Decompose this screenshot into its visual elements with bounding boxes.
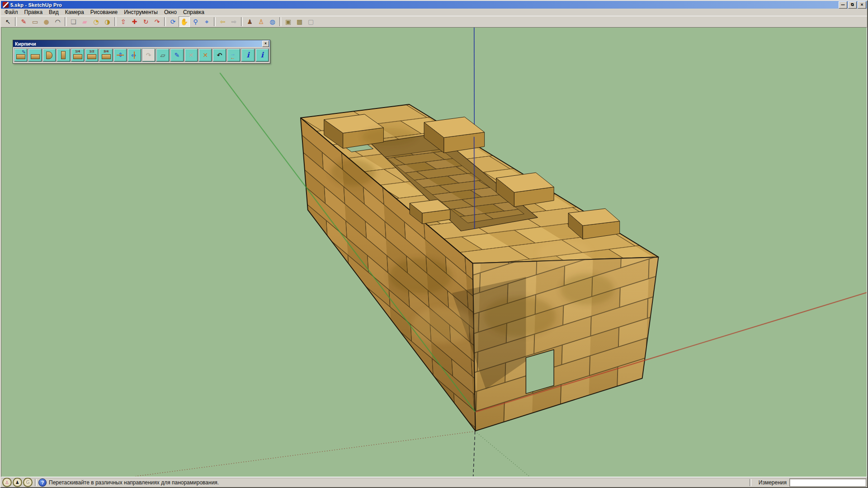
minimize-button[interactable]: — <box>839 1 847 9</box>
window-title: 5.skp - SketchUp Pro <box>10 2 839 8</box>
brick-quarter[interactable]: 1/4 <box>71 49 84 61</box>
help-icon: ? <box>38 479 47 487</box>
get-current-view[interactable]: ▣ <box>283 16 294 27</box>
about[interactable]: i <box>256 49 269 61</box>
toolbar-separator <box>65 17 66 26</box>
delete-bricks[interactable]: ✕ <box>199 49 212 61</box>
tape-measure[interactable]: ◔ <box>90 16 102 27</box>
toolbar-separator <box>214 17 216 26</box>
menu-edit[interactable]: Правка <box>21 9 46 16</box>
menu-window[interactable]: Окно <box>161 9 180 16</box>
rotate[interactable]: ↻ <box>140 16 151 27</box>
title-bar: 5.skp - SketchUp Pro —⧉× <box>1 1 867 9</box>
toolbar-separator <box>279 17 281 26</box>
menu-help[interactable]: Справка <box>180 9 208 16</box>
measurements-input[interactable] <box>789 479 866 487</box>
make-component[interactable]: ❏ <box>68 16 79 27</box>
status-geo-icon[interactable]: ♙ <box>2 478 12 487</box>
push-pull[interactable]: ⇧ <box>118 16 129 27</box>
brick-upright[interactable] <box>57 49 70 61</box>
next-view[interactable]: ⇨ <box>228 16 240 27</box>
sketchup-logo-icon <box>3 2 9 8</box>
status-separator <box>750 479 751 486</box>
status-bar: ♙♟G ? Перетаскивайте в различных направл… <box>1 477 867 487</box>
info[interactable]: i <box>241 49 254 61</box>
remove-brick[interactable]: ✕ <box>185 49 198 61</box>
edit-parameters[interactable]: ✎ <box>170 49 183 61</box>
orbit[interactable]: ⟳ <box>167 16 179 27</box>
pan[interactable]: ✋ <box>179 16 190 27</box>
draw-brick[interactable] <box>14 49 27 61</box>
bricks-toolbar-title: Кирпичи <box>15 41 262 47</box>
previous-view[interactable]: ⇦ <box>217 16 228 27</box>
place-model[interactable]: ▩ <box>294 16 305 27</box>
window-controls: —⧉× <box>839 1 866 9</box>
eraser[interactable]: ▰ <box>79 16 90 27</box>
select[interactable]: ↖ <box>2 16 14 27</box>
get-models[interactable]: ▢ <box>305 16 316 27</box>
google-earth[interactable]: ◍ <box>267 16 278 27</box>
bricks-toolbar-close-button[interactable]: x <box>262 41 269 47</box>
wall-doorway-opening <box>526 350 554 394</box>
menu-draw[interactable]: Рисование <box>87 9 121 16</box>
swap-direction[interactable] <box>227 49 240 61</box>
brick-half-round[interactable] <box>43 49 56 61</box>
menu-file[interactable]: Файл <box>1 9 21 16</box>
bricks-toolbar-window: Кирпичи x <box>13 40 270 64</box>
axis-red-negative-dotted <box>136 432 475 476</box>
sketchup-window: 5.skp - SketchUp Pro —⧉× ФайлПравкаВидКа… <box>0 0 868 488</box>
status-credit-icon[interactable]: G <box>23 478 33 487</box>
menu-camera[interactable]: Камера <box>62 9 87 16</box>
arc[interactable]: ◠ <box>52 16 63 27</box>
zoom[interactable]: ⚲ <box>190 16 201 27</box>
bricks-toolbar-titlebar[interactable]: Кирпичи x <box>13 40 270 47</box>
move[interactable]: ✚ <box>129 16 140 27</box>
status-icons: ♙♟G <box>2 478 33 487</box>
status-hint-text: Перетаскивайте в различных направлениях … <box>49 479 748 486</box>
menu-bar: ФайлПравкаВидКамераРисованиеИнструментыО… <box>1 9 867 16</box>
viewport-canvas[interactable]: Кирпичи x <box>1 27 867 477</box>
main-toolbar: ↖✎▭●◠❏▰◔◑⇧✚↻↷⟳✋⚲⌖⇦⇨♟♙◍▣▩▢ <box>1 16 867 27</box>
menu-tools[interactable]: Инструменты <box>121 9 161 16</box>
brick-full[interactable] <box>28 49 41 61</box>
menu-view[interactable]: Вид <box>46 9 62 16</box>
model-scene <box>1 28 867 477</box>
walk[interactable]: ♙ <box>255 16 267 27</box>
toolbar-separator <box>241 17 243 26</box>
toolbar-separator <box>114 17 116 26</box>
toolbar-separator <box>164 17 166 26</box>
close-button[interactable]: × <box>858 1 866 9</box>
bricks-toolbar-buttons: 1/4 1/2 3/4 <box>13 47 270 63</box>
brick-model <box>301 104 659 431</box>
status-separator <box>35 479 37 486</box>
circle[interactable]: ● <box>41 16 52 27</box>
rotate-brick[interactable]: ↷ <box>142 49 155 61</box>
follow-me[interactable]: ↷ <box>151 16 163 27</box>
measurements-label: Измерения <box>759 479 787 486</box>
axis-blue-over-model <box>474 137 475 229</box>
axis-blue-negative-dashed <box>473 432 475 476</box>
toolbar-separator <box>15 17 17 26</box>
brick-three-quarters[interactable]: 3/4 <box>99 49 112 61</box>
rectangle[interactable]: ▭ <box>29 16 41 27</box>
protractor[interactable]: ◑ <box>102 16 113 27</box>
restore-button[interactable]: ⧉ <box>848 1 857 9</box>
status-person-icon[interactable]: ♟ <box>13 478 22 487</box>
align-horizontal[interactable] <box>128 49 141 61</box>
position-camera[interactable]: ♟ <box>244 16 255 27</box>
line[interactable]: ✎ <box>18 16 29 27</box>
zoom-extents[interactable]: ⌖ <box>201 16 212 27</box>
align-vertical[interactable] <box>114 49 127 61</box>
brick-box[interactable]: ▱ <box>156 49 169 61</box>
brick-half[interactable]: 1/2 <box>85 49 98 61</box>
axis-green-negative-dotted <box>475 432 529 476</box>
undo-brick[interactable]: ↶ <box>213 49 226 61</box>
